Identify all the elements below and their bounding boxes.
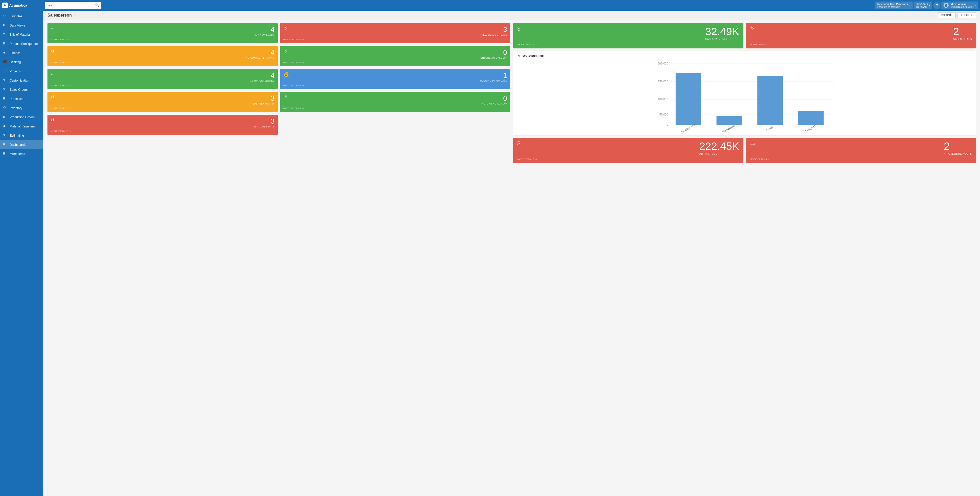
card-footer: MORE DETAILS → xyxy=(51,107,275,109)
more-details-text: MORE DETAILS xyxy=(51,38,68,41)
more-details-text: MORE DETAILS xyxy=(750,158,767,160)
user-avatar: 👤 xyxy=(943,3,948,8)
more-details-text: MORE DETAILS xyxy=(517,158,534,160)
bar-negotiation xyxy=(717,116,742,125)
sales-row: $ 32.49K SALES REVENUE MORE DETAILS → xyxy=(513,23,976,48)
checkmark-icon: ✓ xyxy=(51,25,54,31)
datetime-info: 2/26/2019 10:25 AM xyxy=(916,2,928,8)
dashboard-content: ✓ 4 MY NEW LEADS MORE DETAILS → xyxy=(43,20,980,496)
card-footer: MORE DETAILS → xyxy=(51,84,275,87)
arrow-icon: → xyxy=(302,107,304,109)
sidebar-item-dashboards[interactable]: ⊞ Dashboards xyxy=(0,140,43,149)
sidebar-item-purchases[interactable]: ⊞ Purchases xyxy=(0,94,43,103)
favorite-star-icon[interactable]: ☆ xyxy=(74,13,77,17)
svg-text:50,000: 50,000 xyxy=(659,113,668,116)
card-value: 2 xyxy=(953,25,972,38)
svg-text:150,000: 150,000 xyxy=(658,80,668,83)
sidebar-item-estimating[interactable]: ✎ Estimating xyxy=(0,131,43,140)
user-menu[interactable]: 👤 admin admin Acumatica Sales Demo ▾ xyxy=(942,2,978,9)
card-footer: MORE DETAILS → xyxy=(51,61,275,64)
sidebar-item-production-orders[interactable]: ⊞ Production Orders xyxy=(0,113,43,122)
refresh-icon: ↺ xyxy=(283,94,287,100)
svg-text:100,000: 100,000 xyxy=(658,98,668,101)
my-opportunities-card[interactable]: ✓ 4 MY OPPORTUNITIES MORE DETAILS → xyxy=(48,69,278,89)
sidebar-item-customization[interactable]: ✎ Customization xyxy=(0,76,43,85)
more-details-text: MORE DETAILS xyxy=(750,43,767,46)
search-bar[interactable]: 🔍 xyxy=(45,2,101,9)
card-value: 3 xyxy=(481,25,507,34)
card-value: 3 xyxy=(252,94,275,103)
sales-revenue-card[interactable]: $ 32.49K SALES REVENUE MORE DETAILS → xyxy=(513,23,743,48)
sales-deals-card[interactable]: ✎ 2 SALES DEALS MORE DETAILS → xyxy=(746,23,976,48)
page-header: Salesperson ☆ DESIGN TOOLS ▾ xyxy=(43,11,980,20)
search-button[interactable]: 🔍 xyxy=(95,3,100,7)
opportunities-row: ✓ 4 MY OPPORTUNITIES MORE DETAILS → xyxy=(48,69,510,89)
card-footer: MORE DETAILS → xyxy=(750,158,972,160)
card-value-area: 2 AR OVERDUE ACCTS xyxy=(944,140,972,155)
sidebar-item-favorites[interactable]: ☆ Favorites xyxy=(0,12,43,21)
more-details-text: MORE DETAILS xyxy=(51,130,68,133)
sidebar-item-material-requirements[interactable]: ◆ Material Requirem... xyxy=(0,122,43,131)
sidebar-item-data-views[interactable]: ⊞ Data Views xyxy=(0,21,43,30)
card-label: MY NEW LEADS xyxy=(256,34,275,36)
branch-selector[interactable]: Revision Two Products Products Wholesale… xyxy=(875,2,913,9)
sidebar-item-inventory[interactable]: ⬡ Inventory xyxy=(0,103,43,113)
projects-icon: ⋮⋮ xyxy=(3,69,8,74)
datetime-selector[interactable]: 2/26/2019 10:25 AM ▾ xyxy=(914,2,932,9)
card-label: SALES REVENUE xyxy=(705,38,739,41)
card-top: ✓ 4 MY OPPORTUNITIES xyxy=(51,71,275,82)
card-footer: MORE DETAILS → xyxy=(750,43,972,46)
sidebar-item-bills-of-material[interactable]: ≡ Bills of Material xyxy=(0,30,43,39)
sidebar-item-projects[interactable]: ⋮⋮ Projects xyxy=(0,67,43,76)
pipeline-refresh-icon[interactable]: ↻ xyxy=(517,54,520,58)
my-new-leads-card[interactable]: ✓ 4 MY NEW LEADS MORE DETAILS → xyxy=(48,23,278,43)
arrow-icon: → xyxy=(302,84,304,87)
new-leads-7days-card[interactable]: ↺ 3 NEW LEADS 7+ DAYS MORE DETAILS → xyxy=(280,23,511,43)
sidebar-label-dashboards: Dashboards xyxy=(10,143,26,147)
search-input[interactable] xyxy=(46,3,95,7)
refresh-icon: ↺ xyxy=(51,48,54,54)
card-value: 0 xyxy=(482,94,507,103)
card-value: 0 xyxy=(479,48,507,57)
card-value: 32.49K xyxy=(705,25,739,38)
inventory-icon: ⬡ xyxy=(3,106,8,110)
help-button[interactable]: ? xyxy=(933,2,940,9)
card-label: PAST CLOSE DATE xyxy=(251,125,274,128)
no-contact-card[interactable]: ↺ 4 NO CONTACT 14+ DAYS MORE DETAILS → xyxy=(48,46,278,66)
arrow-icon: → xyxy=(69,84,72,87)
ar-past-due-card[interactable]: $ 222.45K AR PAST DUE MORE DETAILS → xyxy=(513,138,743,163)
sidebar-label-more-items: More Items xyxy=(10,152,25,156)
ar-overdue-accts-card[interactable]: ▭ 2 AR OVERDUE ACCTS MORE DETAILS → xyxy=(746,138,976,163)
nurture-no-call-card[interactable]: ↺ 0 NURTURE NO CALL 30+ MORE DETAILS → xyxy=(280,46,511,66)
sidebar-item-sales-orders[interactable]: ✎ Sales Orders xyxy=(0,85,43,94)
sidebar-item-product-configurator[interactable]: ⊡ Product Configurator xyxy=(0,39,43,48)
sidebar-item-more-items[interactable]: ⊞ More Items xyxy=(0,149,43,158)
card-label: CLOSING IN <60 DAYS xyxy=(480,79,507,82)
contact-row: ↺ 4 NO CONTACT 14+ DAYS MORE DETAILS → xyxy=(48,46,510,66)
app-logo[interactable]: A Acumatica xyxy=(2,3,43,8)
card-top: ↺ 3 NEW LEADS 7+ DAYS xyxy=(283,25,508,36)
more-details-text: MORE DETAILS xyxy=(51,84,68,87)
card-value: 1 xyxy=(480,71,507,79)
pipeline-header: ↻ MY PIPELINE xyxy=(517,54,972,58)
open-no-act-card[interactable]: ↺ 3 OPEN NO ACT 30+ MORE DETAILS → xyxy=(48,92,278,112)
sidebar-collapse-button[interactable]: ... ‹ xyxy=(0,490,43,496)
tools-button[interactable]: TOOLS ▾ xyxy=(958,12,976,18)
card-value-area: 4 NO CONTACT 14+ DAYS xyxy=(246,48,274,59)
card-value-area: 0 NURTURE NO CALL 30+ xyxy=(479,48,507,59)
arrow-icon: → xyxy=(302,61,304,64)
closing-60days-card[interactable]: 💰 1 CLOSING IN <60 DAYS MORE DETAILS → xyxy=(280,69,511,89)
sidebar: ☆ Favorites ⊞ Data Views ≡ Bills of Mate… xyxy=(0,11,43,496)
design-button[interactable]: DESIGN xyxy=(938,12,956,18)
sidebar-label-banking: Banking xyxy=(10,60,21,64)
past-close-date-card[interactable]: ↺ 3 PAST CLOSE DATE MORE DETAILS → xyxy=(48,115,278,135)
nuture-no-act-card[interactable]: ↺ 0 NUTURE NO ACT 90+ MORE DETAILS → xyxy=(280,92,511,112)
production-orders-icon: ⊞ xyxy=(3,115,8,120)
sidebar-item-banking[interactable]: ⬛ Banking xyxy=(0,58,43,67)
arrow-icon: → xyxy=(69,38,72,41)
sidebar-item-finance[interactable]: ◈ Finance xyxy=(0,48,43,58)
sidebar-label-material-requirements: Material Requirem... xyxy=(10,125,37,128)
bar-proof xyxy=(757,76,783,125)
card-top: 💰 1 CLOSING IN <60 DAYS xyxy=(283,71,508,82)
card-footer: MORE DETAILS → xyxy=(51,38,275,41)
